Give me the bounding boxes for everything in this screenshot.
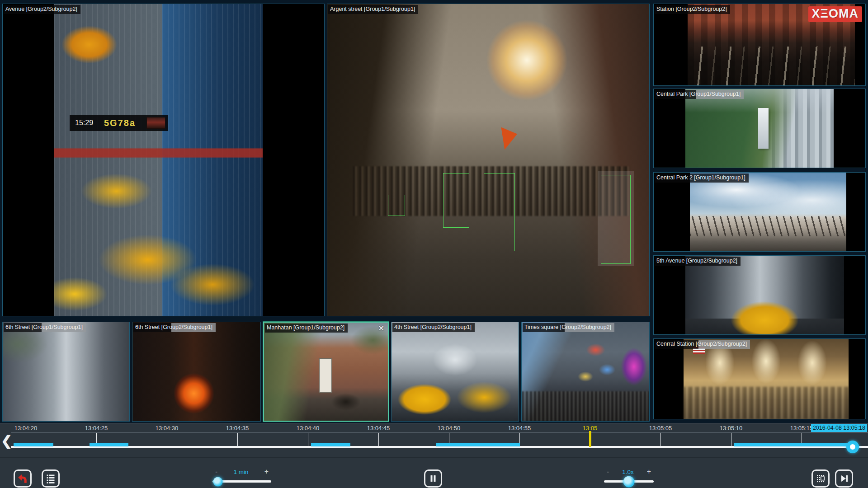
timeline-tick-label: 13:04:30 [156, 425, 179, 432]
pause-button[interactable] [424, 469, 442, 488]
interval-value: 1 min [233, 469, 248, 475]
camera-tile-4th-street[interactable]: 4th Street [Group2/Subgroup1] [391, 322, 519, 422]
camera-label-6th-street-1: 6th Street [Group1/Subgroup1] [4, 323, 86, 332]
timeline[interactable]: 13:04:2013:04:2513:04:3013:04:3513:04:40… [0, 423, 868, 457]
camera-label-5th-avenue: 5th Avenue [Group2/Subgroup2] [655, 257, 741, 266]
timeline-tick-label: 13:04:50 [438, 425, 461, 432]
camera-label-6th-street-2: 6th Street [Group2/Subgroup1] [133, 323, 216, 332]
storefront-door [319, 358, 332, 393]
timeline-tick-line [731, 433, 731, 447]
timeline-current-datetime: 2016-04-08 13:05:18 [811, 424, 867, 432]
timeline-recorded-segment[interactable] [436, 443, 520, 446]
camera-tile-manhatan-selected[interactable]: ✕ Manhatan [Group1/Subgroup2] [263, 322, 389, 422]
camera-label-central-park: Central Park [Group1/Subgroup1] [655, 90, 744, 99]
grid-view-button[interactable] [811, 469, 830, 488]
camera-label-manhatan: Manhatan [Group1/Subgroup2] [265, 324, 348, 333]
return-arrow-icon [17, 473, 28, 484]
license-plate-overlay: 15:29 5G78a [70, 115, 168, 131]
camera-video-6th-street-1 [3, 322, 129, 421]
speed-slider-group: - 1.0x + [604, 468, 654, 483]
timeline-tick-line [308, 433, 308, 447]
speed-decrease-button[interactable]: - [607, 468, 609, 475]
timeline-tick-line [237, 433, 238, 447]
camera-tile-5th-avenue[interactable]: 5th Avenue [Group2/Subgroup2] [653, 255, 866, 335]
skyscraper [758, 108, 769, 149]
detection-box [443, 173, 469, 228]
camera-video-6th-street-2 [132, 322, 260, 421]
archive-list-button[interactable] [42, 469, 60, 488]
crowd-region [522, 391, 649, 421]
camera-tile-central-park[interactable]: Central Park [Group1/Subgroup1] [653, 89, 866, 168]
speed-value: 1.0x [622, 469, 634, 475]
timeline-tick-label: 13:04:25 [85, 425, 108, 432]
timeline-tick-line [660, 433, 661, 447]
camera-video-manhatan [264, 323, 388, 421]
camera-video-5th-avenue [685, 256, 844, 334]
camera-label-argent-street: Argent street [Group1/Subgroup1] [328, 5, 418, 14]
bridge-railing [690, 216, 846, 236]
camera-label-station: Station [Group2/Subgroup2] [655, 5, 730, 14]
speed-slider[interactable] [604, 480, 654, 483]
timeline-tick-label: 13:04:45 [367, 425, 390, 432]
detection-box [388, 195, 405, 216]
interval-slider-knob[interactable] [213, 477, 222, 486]
camera-tile-times-square[interactable]: Times square [Group2/Subgroup2] [521, 322, 650, 422]
interval-decrease-button[interactable]: - [215, 468, 217, 475]
interval-increase-button[interactable]: + [264, 468, 269, 475]
speed-slider-knob[interactable] [623, 476, 635, 487]
camera-tile-argent-street[interactable]: Argent street [Group1/Subgroup1] [327, 4, 650, 316]
camera-video-argent-street [327, 4, 649, 316]
camera-label-cenrral-station: Cenrral Station [Group2/Subgroup2] [655, 340, 750, 349]
chevron-left-icon[interactable]: ❮ [1, 433, 13, 449]
timeline-separator [11, 432, 868, 433]
camera-video-avenue [54, 4, 263, 316]
pause-icon [428, 473, 439, 484]
camera-video-4th-street [392, 322, 519, 421]
camera-tile-6th-street-2[interactable]: 6th Street [Group2/Subgroup1] [132, 322, 261, 422]
detection-box [484, 173, 515, 251]
camera-label-central-park-2: Central Park 2 [Group1/Subgroup1] [655, 174, 749, 183]
camera-tile-central-park-2[interactable]: Central Park 2 [Group1/Subgroup1] [653, 172, 866, 252]
timeline-handle-dot [850, 444, 855, 450]
camera-grid: 15:29 5G78a Avenue [Group2/Subgroup2] Ar… [0, 0, 868, 423]
camera-video-cenrral-station [684, 339, 849, 419]
timeline-tick-label: 13:05:15 [790, 425, 813, 432]
speed-increase-button[interactable]: + [647, 468, 651, 475]
timeline-tick-line [378, 433, 379, 447]
camera-label-4th-street: 4th Street [Group2/Subgroup1] [392, 323, 475, 332]
camera-tile-avenue[interactable]: 15:29 5G78a Avenue [Group2/Subgroup2] [2, 4, 325, 316]
timeline-recorded-segment[interactable] [14, 443, 53, 446]
timeline-tick-label: 13:04:40 [297, 425, 320, 432]
xeoma-player-window: 15:29 5G78a Avenue [Group2/Subgroup2] Ar… [0, 0, 868, 488]
camera-video-times-square [522, 322, 649, 421]
plate-timestamp: 15:29 [75, 119, 93, 127]
xeoma-logo: XΞOMA [808, 6, 862, 22]
camera-tile-cenrral-station[interactable]: Cenrral Station [Group2/Subgroup2] [653, 338, 866, 419]
timeline-recorded-segment[interactable] [90, 443, 128, 446]
timeline-tick-label: 13:04:20 [14, 425, 38, 432]
archive-list-icon [45, 473, 56, 484]
camera-label-avenue: Avenue [Group2/Subgroup2] [4, 5, 80, 14]
exit-playback-button[interactable] [14, 469, 32, 488]
plate-thumbnail [146, 117, 165, 129]
timeline-tick-label: 13:04:35 [226, 425, 249, 432]
timeline-current-tick-label: 13:05 [583, 425, 598, 432]
playback-control-bar: - 1 min + - 1.0x + [0, 457, 868, 488]
close-icon[interactable]: ✕ [378, 324, 384, 333]
detection-box [601, 175, 631, 264]
camera-video-central-park-2 [690, 173, 846, 251]
grid-view-icon [815, 473, 826, 484]
skip-to-end-button[interactable] [835, 469, 853, 488]
camera-video-central-park [685, 89, 834, 168]
crowd-region [684, 387, 849, 419]
timeline-playback-cursor [589, 431, 591, 447]
timeline-recorded-segment[interactable] [311, 443, 350, 446]
bicycle [331, 393, 361, 411]
timeline-position-handle[interactable] [846, 441, 859, 453]
camera-tile-6th-street-1[interactable]: 6th Street [Group1/Subgroup1] [2, 322, 130, 422]
timeline-recorded-segment[interactable] [734, 443, 853, 446]
railway-tracks [688, 47, 855, 85]
interval-slider[interactable] [212, 480, 271, 483]
interval-slider-group: - 1 min + [212, 468, 271, 483]
timeline-tick-line [167, 433, 167, 447]
